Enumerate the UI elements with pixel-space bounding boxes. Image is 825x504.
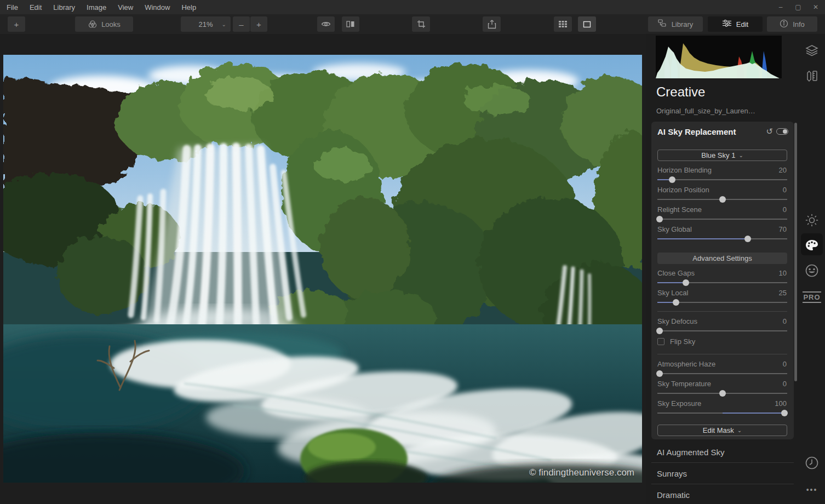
tool-sunrays[interactable]: Sunrays (651, 463, 794, 484)
eye-icon (321, 20, 331, 28)
slider-thumb[interactable] (719, 196, 726, 203)
slider-label: Sky Temperature (657, 380, 711, 388)
slider-value: 0 (783, 380, 787, 388)
single-view-button[interactable] (578, 16, 596, 32)
slider-label: Horizon Blending (657, 166, 712, 174)
slider-value: 0 (783, 317, 787, 325)
slider-value: 0 (783, 186, 787, 194)
essentials-sun-icon[interactable] (799, 209, 825, 231)
histogram[interactable] (656, 36, 782, 78)
slider-thumb[interactable] (719, 390, 726, 397)
section-title: Creative (656, 84, 705, 100)
info-icon (780, 19, 788, 30)
looks-button[interactable]: Looks (75, 16, 133, 32)
portrait-smiley-icon[interactable] (799, 260, 825, 282)
horizon-blending-slider[interactable] (657, 176, 787, 183)
filename-label[interactable]: Original_full_size_by_Lauren… (656, 107, 755, 115)
slider-thumb[interactable] (656, 370, 663, 377)
preset-value: Blue Sky 1 (701, 151, 735, 159)
panel-scrollbar[interactable] (794, 123, 797, 381)
tab-info[interactable]: Info (767, 16, 817, 32)
menu-image[interactable]: Image (87, 3, 106, 12)
add-photo-button[interactable]: + (8, 16, 25, 32)
slider-value: 25 (779, 289, 787, 297)
advanced-settings-button[interactable]: Advanced Settings (657, 253, 787, 264)
close-gaps-slider[interactable] (657, 279, 787, 286)
toggle-knob (783, 129, 787, 134)
divider (657, 354, 787, 354)
sky-preset-select[interactable]: Blue Sky 1 ⌄ (657, 150, 787, 161)
slider-label: Sky Local (657, 289, 688, 297)
history-clock-icon[interactable] (799, 452, 825, 474)
slider-thumb[interactable] (781, 410, 788, 416)
creative-palette-icon[interactable] (799, 234, 825, 256)
slider-label: Atmospheric Haze (657, 360, 715, 368)
menu-window[interactable]: Window (145, 3, 170, 12)
tool-dramatic[interactable]: Dramatic (651, 484, 794, 504)
minus-icon: – (239, 20, 243, 29)
maximize-button[interactable]: ▢ (794, 3, 802, 11)
photo-waterfall[interactable]: © findingtheuniverse.com (3, 55, 642, 483)
zoom-in-button[interactable]: + (250, 16, 267, 32)
edit-mask-button[interactable]: Edit Mask ⌄ (657, 425, 787, 436)
atmospheric-haze-slider[interactable] (657, 370, 787, 377)
reset-icon[interactable]: ↺ (766, 127, 773, 136)
slider-thumb[interactable] (669, 176, 675, 183)
edit-tools-icon[interactable] (799, 65, 825, 87)
library-icon (658, 19, 667, 29)
slider-thumb[interactable] (744, 236, 751, 242)
relight-scene-slider[interactable] (657, 216, 787, 222)
window-controls: – ▢ ✕ (777, 0, 820, 14)
sky-local-slider[interactable] (657, 299, 787, 306)
single-view-icon (583, 21, 591, 28)
professional-tools-icon[interactable]: PRO (799, 286, 825, 308)
plus-icon: + (14, 20, 19, 29)
tab-info-label: Info (793, 20, 805, 28)
sky-global-slider[interactable] (657, 236, 787, 242)
zoom-out-button[interactable]: – (233, 16, 250, 32)
slider-thumb[interactable] (656, 216, 663, 222)
tab-edit[interactable]: Edit (708, 16, 763, 32)
minimize-button[interactable]: – (777, 3, 784, 11)
crop-button[interactable] (412, 16, 430, 32)
panel-enable-toggle[interactable] (776, 128, 788, 135)
gallery-view-button[interactable] (554, 16, 572, 32)
slider-thumb[interactable] (656, 328, 663, 334)
flip-sky-checkbox-row[interactable]: Flip Sky (657, 337, 695, 346)
toolbar: + Looks 21% ⌄ – + (0, 14, 825, 34)
grid-view-icon (559, 20, 567, 28)
checkbox-icon[interactable] (657, 338, 664, 345)
sky-temperature-slider[interactable] (657, 390, 787, 397)
menu-file[interactable]: File (7, 3, 18, 12)
horizon-position-slider[interactable] (657, 196, 787, 203)
menu-view[interactable]: View (118, 3, 133, 12)
slider-label: Sky Defocus (657, 317, 697, 325)
flip-sky-label: Flip Sky (670, 337, 695, 346)
slider-label: Relight Scene (657, 205, 702, 214)
export-button[interactable] (483, 16, 501, 32)
layers-icon[interactable] (799, 39, 825, 61)
menu-help[interactable]: Help (181, 3, 196, 12)
menu-bar: File Edit Library Image View Window Help… (0, 0, 825, 14)
slider-label: Close Gaps (657, 269, 695, 277)
editor-canvas: © findingtheuniverse.com (0, 34, 646, 504)
tool-ai-augmented-sky[interactable]: AI Augmented Sky (651, 442, 794, 463)
chevron-down-icon: ⌄ (737, 427, 742, 433)
slider-value: 0 (783, 205, 787, 214)
slider-label: Sky Global (657, 225, 692, 233)
sky-defocus-slider[interactable] (657, 328, 787, 334)
sky-exposure-slider[interactable] (657, 410, 787, 416)
compare-button[interactable] (342, 16, 359, 32)
zoom-level-select[interactable]: 21% ⌄ (181, 16, 231, 32)
preview-toggle-button[interactable] (317, 16, 335, 32)
menu-edit[interactable]: Edit (30, 3, 42, 12)
close-button[interactable]: ✕ (812, 3, 820, 11)
plus-icon: + (256, 20, 261, 29)
slider-thumb[interactable] (683, 279, 689, 286)
menu-library[interactable]: Library (53, 3, 75, 12)
more-options-icon[interactable]: ••• (799, 479, 825, 501)
ellipsis-glyph: ••• (806, 485, 818, 494)
zoom-value: 21% (198, 20, 213, 28)
slider-thumb[interactable] (673, 299, 679, 306)
tab-library[interactable]: Library (648, 16, 703, 32)
